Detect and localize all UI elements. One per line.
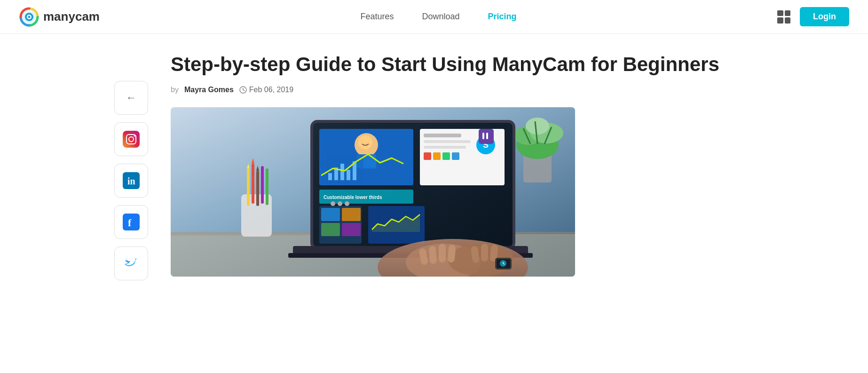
svg-rect-68 <box>321 208 340 221</box>
header: manycam Features Download Pricing Login <box>0 0 868 34</box>
svg-rect-55 <box>424 146 466 149</box>
svg-rect-70 <box>321 223 340 236</box>
linkedin-button[interactable]: in <box>114 164 148 198</box>
svg-rect-54 <box>424 140 471 143</box>
clock-icon <box>239 86 247 94</box>
twitter-button[interactable] <box>114 246 148 280</box>
svg-rect-32 <box>266 168 268 205</box>
article-title: Step-by-step Guide to Start Using ManyCa… <box>171 53 754 76</box>
svg-rect-50 <box>347 170 350 180</box>
login-button[interactable]: Login <box>800 7 849 26</box>
svg-line-15 <box>243 90 245 91</box>
svg-rect-57 <box>433 152 441 160</box>
nav-features[interactable]: Features <box>360 12 394 22</box>
main-nav: Features Download Pricing <box>360 12 516 22</box>
svg-point-3 <box>28 16 31 18</box>
instagram-button[interactable] <box>114 122 148 156</box>
svg-point-74 <box>345 201 349 206</box>
apps-icon-cell <box>785 17 791 24</box>
date-area: Feb 06, 2019 <box>239 86 293 94</box>
svg-point-73 <box>338 201 342 206</box>
svg-rect-49 <box>340 164 344 180</box>
svg-rect-4 <box>123 131 140 148</box>
svg-rect-28 <box>247 168 250 206</box>
svg-text:f: f <box>128 217 132 229</box>
svg-point-72 <box>331 201 335 206</box>
author-name: Mayra Gomes <box>184 86 234 94</box>
svg-point-45 <box>358 135 372 150</box>
linkedin-icon: in <box>123 172 140 189</box>
logo-icon <box>19 7 39 27</box>
svg-text:in: in <box>127 176 135 186</box>
sidebar: ← <box>114 53 152 280</box>
svg-rect-82 <box>439 244 446 262</box>
svg-rect-53 <box>424 134 461 137</box>
logo[interactable]: manycam <box>19 7 100 27</box>
article-date: Feb 06, 2019 <box>249 86 293 94</box>
article-hero-image: S Customizable lower thirds <box>171 107 575 277</box>
svg-rect-12 <box>123 255 140 272</box>
back-arrow-icon: ← <box>126 92 136 104</box>
logo-text: manycam <box>43 9 100 24</box>
apps-icon-cell <box>777 10 783 16</box>
twitter-icon <box>123 255 140 272</box>
svg-rect-29 <box>252 164 254 204</box>
main-content: Step-by-step Guide to Start Using ManyCa… <box>171 53 754 280</box>
svg-rect-63 <box>482 133 484 139</box>
header-right: Login <box>777 7 849 26</box>
svg-rect-85 <box>481 244 488 262</box>
svg-rect-69 <box>342 208 361 221</box>
svg-rect-56 <box>424 152 431 160</box>
svg-text:Customizable lower thirds: Customizable lower thirds <box>324 195 382 200</box>
nav-pricing[interactable]: Pricing <box>488 12 517 22</box>
svg-rect-47 <box>328 173 332 180</box>
apps-icon-cell <box>777 17 783 24</box>
back-button[interactable]: ← <box>114 81 148 115</box>
svg-rect-30 <box>256 171 259 206</box>
facebook-button[interactable]: f <box>114 205 148 239</box>
nav-download[interactable]: Download <box>422 12 459 22</box>
svg-point-7 <box>134 135 135 137</box>
instagram-icon <box>123 131 140 148</box>
apps-icon-cell <box>785 10 791 16</box>
page-layout: ← <box>105 34 763 299</box>
svg-point-23 <box>526 118 549 135</box>
hero-svg: S Customizable lower thirds <box>171 107 575 277</box>
article-meta: by Mayra Gomes Feb 06, 2019 <box>171 86 754 94</box>
svg-rect-71 <box>342 223 361 236</box>
svg-rect-64 <box>486 133 488 139</box>
by-label: by <box>171 86 179 94</box>
apps-grid-icon[interactable] <box>777 10 790 24</box>
svg-rect-58 <box>442 152 450 160</box>
facebook-icon: f <box>123 214 140 230</box>
svg-rect-59 <box>452 152 459 160</box>
svg-rect-31 <box>261 166 264 204</box>
